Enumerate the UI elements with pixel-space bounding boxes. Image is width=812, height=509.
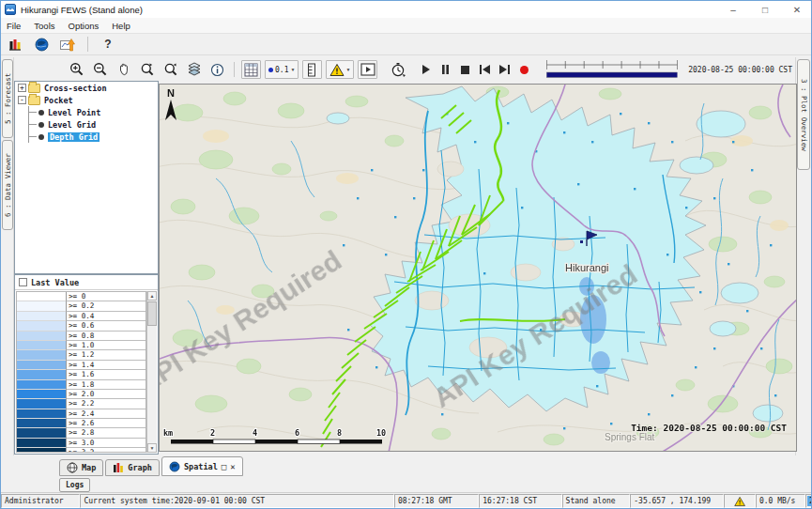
legend-row-label: >= 2.2 [66, 399, 146, 409]
scroll-down-icon[interactable]: ▼ [147, 443, 157, 453]
stop-button[interactable] [457, 61, 473, 78]
menu-tools[interactable]: Tools [34, 21, 54, 31]
legend-row[interactable]: >= 3.2 [17, 448, 146, 453]
sidebar-tab-plot-overview[interactable]: 3 : Plot Overview [797, 59, 810, 170]
expand-icon[interactable]: + [18, 84, 26, 92]
timeline-slider[interactable] [545, 58, 679, 81]
animation-settings-button[interactable] [389, 60, 408, 79]
longitudinal-profile-button[interactable] [302, 60, 322, 79]
main-toolbar: ? [1, 34, 812, 55]
close-button[interactable]: ✕ [781, 1, 812, 18]
globe-icon [169, 461, 180, 472]
tree-node-level-point[interactable]: Level Point [15, 106, 158, 118]
layers-icon[interactable] [184, 60, 204, 79]
legend-row[interactable]: >= 1.0 [17, 341, 146, 350]
pan-icon[interactable] [114, 60, 133, 79]
bullet-icon [38, 134, 44, 140]
logs-button[interactable]: Logs [59, 478, 90, 492]
legend-color-swatch [17, 380, 66, 390]
play-button[interactable] [418, 61, 434, 78]
legend-row[interactable]: >= 1.2 [17, 350, 146, 360]
legend-row[interactable]: >= 2.4 [17, 409, 146, 419]
menu-options[interactable]: Options [69, 21, 100, 31]
status-gmt-time: 08:27:18 GMT [394, 494, 479, 508]
tab-close-button[interactable]: ✕ [230, 462, 235, 471]
legend-row[interactable]: >= 2.2 [17, 399, 146, 409]
scroll-up-icon[interactable]: ▲ [147, 291, 157, 301]
grid-display-button[interactable] [241, 60, 261, 79]
dock-tab-bar: Map Graph Spatial □ ✕ [59, 456, 243, 476]
tree-node-label[interactable]: Cross-section [44, 84, 107, 93]
place-label-springs-flat: Springs Flat [605, 432, 655, 442]
map-view[interactable]: API Key Required API Key Required N km 2… [159, 84, 797, 452]
tree-node-pocket[interactable]: - Pocket [15, 94, 158, 106]
legend-color-swatch [17, 409, 66, 419]
last-value-label: Last Value [31, 278, 79, 287]
database-icon[interactable] [6, 36, 24, 53]
tree-node-label[interactable]: Pocket [44, 96, 73, 105]
legend-panel: Last Value >= 0 >= 0.2 >= 0.4 >= 0.6 >= … [14, 274, 159, 455]
sidebar-tab-data-viewer[interactable]: 6 : Data Viewer [2, 140, 13, 230]
legend-row[interactable]: >= 2.6 [17, 419, 146, 428]
tree-node-level-grid[interactable]: Level Grid [15, 118, 158, 131]
svg-text:2: 2 [210, 428, 215, 438]
status-warning-cell[interactable] [724, 494, 755, 508]
threshold-dropdown[interactable]: 0.1 ▼ [265, 60, 299, 79]
legend-row[interactable]: >= 3.0 [17, 439, 146, 448]
step-back-button[interactable] [477, 61, 493, 78]
menu-file[interactable]: File [7, 21, 21, 31]
tree-node-label[interactable]: Level Grid [48, 120, 96, 130]
collapse-icon[interactable]: - [18, 96, 26, 104]
legend-row-label: >= 0 [66, 292, 146, 301]
menu-help[interactable]: Help [112, 21, 130, 31]
last-value-checkbox[interactable] [19, 278, 27, 286]
legend-row[interactable]: >= 0.4 [17, 312, 146, 321]
warning-dropdown[interactable]: ▼ [326, 60, 354, 79]
tab-label: Graph [128, 463, 152, 472]
legend-row[interactable]: >= 2.0 [17, 390, 146, 399]
legend-row[interactable]: >= 1.6 [17, 370, 146, 379]
tab-map[interactable]: Map [59, 459, 103, 476]
zoom-in-button[interactable] [67, 60, 86, 79]
legend-row-label: >= 3.2 [66, 448, 146, 453]
scrollbar-thumb[interactable] [147, 301, 157, 326]
tab-graph[interactable]: Graph [105, 459, 160, 476]
import-series-icon[interactable] [58, 36, 77, 53]
legend-color-swatch [17, 448, 66, 453]
legend-row[interactable]: >= 1.4 [17, 361, 146, 370]
legend-row-label: >= 0.2 [66, 301, 146, 311]
legend-color-swatch [17, 428, 66, 438]
zoom-previous-button[interactable] [137, 60, 157, 79]
legend-row[interactable]: >= 0.2 [17, 301, 146, 311]
legend-scrollbar[interactable]: ▲ ▼ [146, 291, 157, 453]
info-button[interactable] [207, 60, 227, 79]
step-forward-button[interactable] [497, 61, 513, 78]
open-display-button[interactable] [358, 60, 377, 79]
tree-node-depth-grid[interactable]: Depth Grid [15, 131, 158, 143]
legend-row[interactable]: >= 2.8 [17, 428, 146, 438]
tree-node-label[interactable]: Depth Grid [48, 132, 100, 142]
sidebar-tab-forecast[interactable]: 5 : Forecast [2, 59, 13, 138]
app-icon [5, 4, 16, 15]
tab-maximize-button[interactable]: □ [222, 462, 226, 471]
record-button[interactable] [516, 61, 532, 78]
help-button[interactable]: ? [99, 36, 117, 53]
window-title: Hikurangi FEWS (Stand alone) [21, 5, 143, 15]
zoom-out-button[interactable] [90, 60, 110, 79]
maximize-button[interactable]: □ [749, 1, 781, 18]
tree-node-label[interactable]: Level Point [48, 108, 100, 117]
zoom-next-button[interactable] [161, 60, 180, 79]
legend-row[interactable]: >= 1.8 [17, 380, 146, 390]
legend-row[interactable]: >= 0.6 [17, 321, 146, 331]
status-bar: Administrator Current system time:2020-0… [1, 492, 812, 508]
legend-row-label: >= 1.0 [66, 341, 146, 350]
legend-row[interactable]: >= 0 [17, 292, 146, 301]
pause-button[interactable] [437, 61, 453, 78]
tab-spatial[interactable]: Spatial □ ✕ [161, 456, 243, 476]
folder-icon [28, 96, 40, 105]
globe-icon[interactable] [32, 36, 51, 53]
legend-row[interactable]: >= 0.8 [17, 332, 146, 341]
legend-color-swatch [17, 341, 66, 350]
tree-node-cross-section[interactable]: + Cross-section [15, 82, 158, 94]
minimize-button[interactable]: – [717, 1, 749, 18]
